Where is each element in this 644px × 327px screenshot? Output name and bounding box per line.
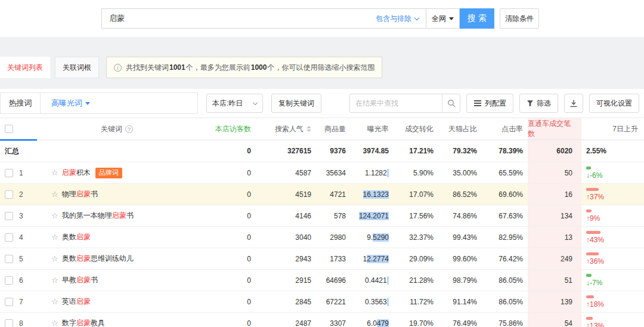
star-icon[interactable]: ☆ [51,211,58,220]
table-row[interactable]: 8 ☆ 数字启蒙教具 0 2487 3307 6.0479 19.70% 76.… [0,313,644,327]
caret-down-icon [85,102,90,105]
table-row[interactable]: 3 ☆ 我的第一本物理启蒙书 0 4146 578 124.2071 17.56… [0,205,644,227]
summary-conversion: 17.21% [394,140,438,162]
ctr-cell: 86.05% [482,291,528,312]
row-checkbox[interactable] [5,212,13,220]
conversion-cell: 21.28% [394,270,438,291]
find-search-button[interactable] [442,94,460,112]
ztc-orders-cell: 51 [528,270,581,291]
chevron-down-icon [414,15,419,20]
keyword-text[interactable]: 启蒙积木 [62,168,91,178]
keyword-text[interactable]: 物理启蒙书 [62,189,98,199]
row-checkbox[interactable] [5,255,13,263]
table-row[interactable]: 4 ☆ 奥数启蒙 0 3040 2980 9.5290 32.37% 99.43… [0,227,644,248]
visitors-cell: 0 [197,270,265,291]
row-checkbox[interactable] [5,190,13,199]
header-ztc-orders: 直通车成交笔数 [528,118,581,140]
help-icon[interactable] [125,125,133,133]
exposure-cell: 0.3563 [352,291,394,312]
row-index: 2 [19,190,23,199]
filter-button[interactable]: 筛选 [519,94,558,113]
tmall-share-cell: 74.86% [438,205,482,226]
ctr-cell: 65.59% [482,162,528,183]
keyword-cell: ☆ 奥数启蒙思维训练幼儿 [37,248,197,269]
result-count-info: 共找到关键词 1001 个，最多为您展示前 1000 个，你可以使用筛选缩小搜索… [106,57,382,78]
keyword-text[interactable]: 英语启蒙 [62,297,91,307]
table-row[interactable]: 6 ☆ 早教启蒙书 0 2915 64696 0.4421 21.28% 98.… [0,270,644,291]
summary-visitors: 0 [197,140,265,162]
conversion-cell: 17.56% [394,205,438,226]
subtab-high-exposure[interactable]: 高曝光词 [41,93,101,113]
tab-related-roots[interactable]: 关联词根 [55,57,99,78]
find-in-results-box [349,94,460,113]
search-icon [447,99,456,107]
trend-value: ↑36% [586,257,604,266]
search-query[interactable]: 启蒙 [109,13,125,24]
keyword-text[interactable]: 奥数启蒙思维训练幼儿 [62,254,134,264]
keyword-cell: ☆ 启蒙积木 品牌词 [37,162,197,183]
column-config-button[interactable]: 列配置 [466,94,513,113]
visitors-cell: 0 [197,291,265,312]
ctr-cell: 86.05% [482,270,528,291]
row-checkbox[interactable] [5,233,13,242]
summary-label-cell: 汇总 [0,140,37,162]
row-checkbox[interactable] [5,169,13,177]
header-products: 商品量 [316,118,352,140]
download-button[interactable] [564,94,583,113]
keyword-text[interactable]: 早教启蒙书 [62,275,98,285]
subtab-hot-words[interactable]: 热搜词 [1,93,40,113]
star-icon[interactable]: ☆ [51,168,58,177]
row-select-cell: 8 [0,313,37,327]
tab-keyword-list[interactable]: 关键词列表 [0,57,50,78]
star-icon[interactable]: ☆ [51,297,58,306]
header-search-popularity[interactable]: 搜索人气 [265,118,316,140]
tmall-share-cell: 35.00% [438,162,482,183]
table-row[interactable]: 2 ☆ 物理启蒙书 0 4519 4721 16.1323 17.07% 86.… [0,184,644,205]
row-index: 8 [19,319,23,327]
find-in-results-input[interactable] [350,94,442,112]
row-checkbox[interactable] [5,319,13,327]
list-icon [474,103,481,104]
clear-conditions-button[interactable]: 清除条件 [500,8,539,29]
row-index: 4 [19,233,23,242]
info-text-mid: 个，最多为您展示前 [186,63,250,73]
search-popularity-cell: 3040 [265,227,316,248]
star-icon[interactable]: ☆ [51,190,58,199]
star-icon[interactable]: ☆ [51,276,58,285]
main-panel: 热搜词 高曝光词 本店:昨日 复制关键词 [0,89,644,327]
conversion-cell: 5.90% [394,162,438,183]
exposure-cell: 1.1282 [352,162,394,183]
visitors-cell: 0 [197,184,265,205]
keyword-text[interactable]: 数字启蒙教具 [62,318,105,327]
brand-word-badge: 品牌词 [95,168,122,178]
visual-settings-button[interactable]: 可视化设置 [589,94,639,113]
visitors-cell: 0 [197,205,265,226]
header-search-popularity-label: 搜索人气 [275,124,304,134]
copy-keywords-button[interactable]: 复制关键词 [271,94,321,113]
star-icon[interactable]: ☆ [51,254,58,263]
include-exclude-dropdown[interactable]: 包含与排除 [376,14,419,24]
keyword-text[interactable]: 我的第一本物理启蒙书 [62,211,134,221]
trend-bar [586,295,594,298]
table-row[interactable]: 7 ☆ 英语启蒙 0 2845 67221 0.3563 11.72% 91.1… [0,291,644,313]
download-icon [569,100,578,107]
keyword-search-input[interactable]: 启蒙 包含与排除 [101,8,426,29]
subtab-high-exposure-label: 高曝光词 [51,98,82,109]
select-all-checkbox[interactable] [5,125,13,133]
store-date-select[interactable]: 本店:昨日 [206,94,263,113]
star-icon[interactable]: ☆ [51,233,58,242]
table-row[interactable]: 5 ☆ 奥数启蒙思维训练幼儿 0 2943 1733 12.2774 29.09… [0,248,644,270]
row-checkbox[interactable] [5,298,13,306]
tmall-share-cell: 86.52% [438,184,482,205]
keyword-text[interactable]: 奥数启蒙 [62,232,91,242]
sort-icon[interactable] [306,126,311,132]
keyword-analytics-page: 启蒙 包含与排除 全网 搜 索 清除条件 关键词列表 关联词根 共找到关键词 1… [0,0,644,327]
table-row[interactable]: 1 ☆ 启蒙积木 品牌词 0 4587 35634 1.1282 5.90% 3… [0,162,644,184]
scope-dropdown[interactable]: 全网 [426,8,460,29]
star-icon[interactable]: ☆ [51,319,58,327]
trend-value: ↑9% [586,214,600,223]
ctr-cell: 69.60% [482,184,528,205]
search-button[interactable]: 搜 索 [460,8,494,29]
summary-7day-rise: 2.55% [581,140,644,162]
row-checkbox[interactable] [5,276,13,285]
